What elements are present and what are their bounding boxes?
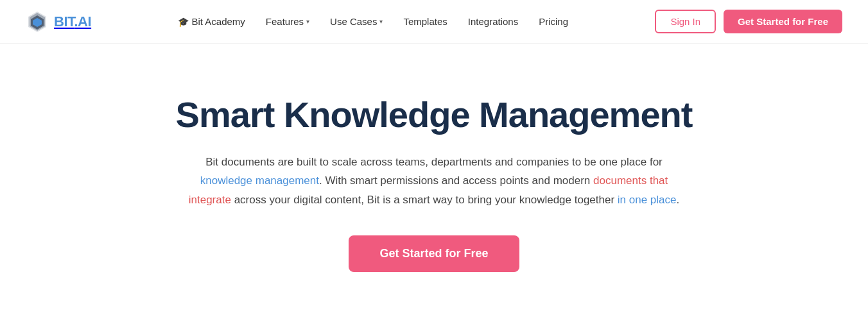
nav-item-integrations[interactable]: Integrations xyxy=(468,16,518,27)
navbar-right: Sign In Get Started for Free xyxy=(655,10,842,33)
nav-label-templates: Templates xyxy=(403,16,447,27)
academy-icon: 🎓 xyxy=(178,17,189,27)
hero-section: Smart Knowledge Management Bit documents… xyxy=(0,44,868,310)
get-started-nav-button[interactable]: Get Started for Free xyxy=(724,10,842,33)
get-started-hero-button[interactable]: Get Started for Free xyxy=(349,235,519,272)
nav-item-features[interactable]: Features ▾ xyxy=(266,16,309,27)
navbar-left: BIT.AI xyxy=(26,10,91,33)
hero-desc-link1: knowledge management xyxy=(200,174,319,187)
hero-description: Bit documents are built to scale across … xyxy=(184,153,684,210)
nav-label-bit-academy: Bit Academy xyxy=(191,16,245,27)
nav-item-pricing[interactable]: Pricing xyxy=(539,16,568,27)
navbar-center: 🎓 Bit Academy Features ▾ Use Cases ▾ Tem… xyxy=(178,16,568,27)
nav-label-pricing: Pricing xyxy=(539,16,568,27)
hero-desc-part2: . With smart permissions and access poin… xyxy=(319,174,593,187)
hero-desc-part4: . xyxy=(677,194,680,206)
nav-label-integrations: Integrations xyxy=(468,16,518,27)
logo-link[interactable]: BIT.AI xyxy=(26,10,91,33)
logo-icon xyxy=(26,10,49,33)
nav-label-features: Features xyxy=(266,16,304,27)
navbar: BIT.AI 🎓 Bit Academy Features ▾ Use Case… xyxy=(0,0,868,44)
logo-bit: BIT xyxy=(54,13,74,30)
nav-label-use-cases: Use Cases xyxy=(330,16,377,27)
logo-text: BIT.AI xyxy=(54,13,91,30)
hero-desc-link3: in one place xyxy=(618,194,677,206)
nav-item-use-cases[interactable]: Use Cases ▾ xyxy=(330,16,383,27)
chevron-down-icon: ▾ xyxy=(306,18,309,25)
nav-item-bit-academy[interactable]: 🎓 Bit Academy xyxy=(178,16,245,27)
logo-ai: .AI xyxy=(74,13,92,30)
signin-button[interactable]: Sign In xyxy=(655,10,716,33)
chevron-down-icon: ▾ xyxy=(379,18,383,25)
hero-desc-part1: Bit documents are built to scale across … xyxy=(205,156,663,168)
hero-title: Smart Knowledge Management xyxy=(176,95,693,135)
hero-desc-part3: across your digital content, Bit is a sm… xyxy=(231,194,618,206)
nav-item-templates[interactable]: Templates xyxy=(403,16,447,27)
